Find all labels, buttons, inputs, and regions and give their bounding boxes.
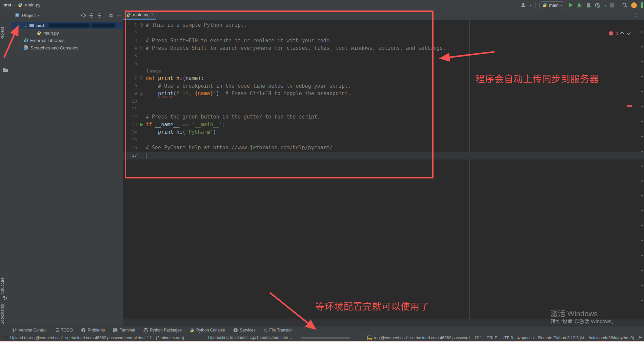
gear-icon[interactable] [108, 13, 114, 18]
profiler-button[interactable] [595, 2, 601, 8]
code-line[interactable]: 9 print(f'Hi, {name}') # Press Ctrl+F8 t… [123, 90, 644, 98]
fold-gutter[interactable] [137, 44, 146, 52]
code-line[interactable]: 2 [123, 29, 644, 37]
code-line[interactable]: 8 # Use a breakpoint in the code line be… [123, 82, 644, 90]
code-line[interactable]: 15 [123, 136, 644, 144]
project-panel-title[interactable]: Project [22, 13, 36, 18]
inlay-hint-row[interactable]: 1 usage [123, 68, 644, 74]
stripe-structure-label[interactable]: Structure [0, 275, 11, 296]
profiler-dropdown-icon[interactable]: ▾ [604, 3, 606, 7]
tree-item-test[interactable]: ⌄ test [11, 22, 123, 29]
code-line[interactable]: 16# See PyCharm help at https://www.jetb… [123, 144, 644, 152]
line-separator[interactable]: CRLF [486, 336, 497, 340]
chevron-down-icon[interactable]: ⌄ [24, 24, 27, 27]
stripe-project-label[interactable]: Project [0, 22, 11, 44]
tab-options-icon[interactable]: ⋮ [634, 12, 639, 18]
code-line[interactable]: 3# Press Shift+F10 to execute it or repl… [123, 37, 644, 45]
sftp-deployment[interactable]: SFTP root@connect.cqa1.seetacloud.com:46… [367, 336, 470, 340]
run-line-icon[interactable] [137, 121, 146, 129]
prev-problem-icon[interactable] [620, 32, 624, 36]
file-encoding[interactable]: UTF-8 [501, 336, 513, 340]
progress-bar[interactable] [301, 337, 350, 339]
toolwindow-services[interactable]: Services [233, 328, 256, 333]
line-number[interactable]: 6 [123, 60, 137, 68]
line-number[interactable]: 2 [123, 29, 137, 37]
hide-panel-icon[interactable]: — [117, 13, 121, 18]
stop-button[interactable] [610, 3, 614, 7]
code-line[interactable]: 11 [123, 105, 644, 113]
notifications-icon[interactable] [641, 2, 643, 8]
run-with-coverage-button[interactable] [586, 2, 591, 8]
indent-setting[interactable]: 4 spaces [517, 336, 534, 340]
toolwindow-file-transfer[interactable]: ⇅ File Transfer [264, 328, 292, 333]
toolwindow-python-packages[interactable]: Python Packages [143, 328, 182, 333]
line-number[interactable]: 4 [123, 44, 137, 52]
stripe-bookmarks-label[interactable]: Bookmarks [0, 303, 11, 325]
line-number[interactable]: 15 [123, 136, 137, 144]
run-button[interactable] [569, 3, 573, 7]
line-number[interactable]: 8 [123, 82, 137, 90]
breadcrumb-file[interactable]: main.py [25, 2, 41, 7]
fold-gutter [137, 128, 146, 136]
collapse-all-icon[interactable] [97, 13, 102, 18]
line-number[interactable]: 1 [123, 21, 137, 29]
inspections-widget[interactable]: ! 1 [609, 31, 630, 36]
code-line[interactable]: 5 [123, 52, 644, 60]
tree-item-scratches[interactable]: › Scratches and Consoles [11, 44, 123, 51]
expand-all-icon[interactable] [89, 13, 94, 18]
code-line[interactable]: 12# Press the green button in the gutter… [123, 113, 644, 121]
toolwindow-problems[interactable]: Problems [81, 328, 105, 333]
chevron-right-icon[interactable]: › [18, 46, 22, 50]
project-view-dropdown-icon[interactable]: ▾ [38, 14, 39, 17]
line-number[interactable]: 7 [123, 74, 137, 82]
toolwindow-toggle-icon[interactable] [3, 336, 7, 340]
fold-gutter[interactable] [137, 21, 146, 29]
commit-folder-icon[interactable] [3, 68, 8, 72]
toolwindow-todo[interactable]: TODO [55, 328, 73, 333]
line-number[interactable]: 16 [123, 144, 137, 152]
select-opened-file-icon[interactable] [81, 13, 86, 18]
line-number[interactable]: 11 [123, 105, 137, 113]
code-viewport[interactable]: 1# This is a sample Python script.23# Pr… [123, 20, 644, 319]
ide-update-icon[interactable]: ↑ [631, 2, 637, 8]
code-line[interactable]: 1# This is a sample Python script. [123, 21, 644, 29]
close-tab-icon[interactable]: × [151, 12, 154, 17]
breadcrumb-project[interactable]: test [3, 2, 11, 7]
status-message[interactable]: Upload to root@connect.cqa1.seetacloud.c… [10, 336, 184, 340]
line-number[interactable]: 14 [123, 128, 137, 136]
usage-hint[interactable]: 1 usage [146, 68, 161, 74]
line-number[interactable]: 9 [123, 90, 137, 98]
code-line[interactable]: 17 [123, 152, 644, 159]
toolwindow-terminal[interactable]: Terminal [113, 328, 135, 333]
code-line[interactable]: 13if __name__ == '__main__': [123, 121, 644, 129]
line-number[interactable]: 17 [123, 152, 137, 159]
chevron-right-icon[interactable]: › [18, 39, 22, 42]
fold-gutter[interactable] [137, 74, 146, 82]
toolwindow-python-console[interactable]: Python Console [190, 328, 225, 333]
debug-button[interactable] [577, 2, 582, 8]
line-number[interactable]: 12 [123, 113, 137, 121]
code-line[interactable]: 7def print_hi(name): [123, 74, 644, 82]
readonly-lock-icon[interactable] [639, 337, 642, 340]
structure-icon[interactable] [3, 296, 7, 300]
fold-gutter[interactable] [137, 90, 146, 98]
line-number[interactable]: 10 [123, 98, 137, 105]
python-interpreter[interactable]: Remote Python 3.12.3 (sf...t/miniconda3/… [538, 336, 635, 340]
tree-item-main-py[interactable]: main.py [11, 29, 123, 37]
tree-item-external-libraries[interactable]: › External Libraries [11, 37, 123, 44]
line-number[interactable]: 13 [123, 121, 137, 129]
user-account-icon[interactable] [521, 2, 526, 8]
search-everywhere-icon[interactable] [622, 2, 627, 8]
error-stripe-mark[interactable] [627, 105, 632, 107]
toolwindow-version-control[interactable]: Version Control [12, 328, 46, 333]
user-dropdown-icon[interactable]: ▾ [530, 3, 531, 7]
line-number[interactable]: 3 [123, 37, 137, 45]
tab-main-py[interactable]: main.py × [123, 10, 156, 20]
caret-position[interactable]: 17:1 [474, 336, 482, 340]
line-number[interactable]: 5 [123, 52, 137, 60]
run-configuration-select[interactable]: main ▾ [539, 1, 565, 9]
code-line[interactable]: 10 [123, 98, 644, 105]
code-line[interactable]: 4# Press Double Shift to search everywhe… [123, 44, 644, 52]
code-line[interactable]: 14 print_hi('PyCharm') [123, 128, 644, 136]
code-line[interactable]: 6 [123, 60, 644, 68]
